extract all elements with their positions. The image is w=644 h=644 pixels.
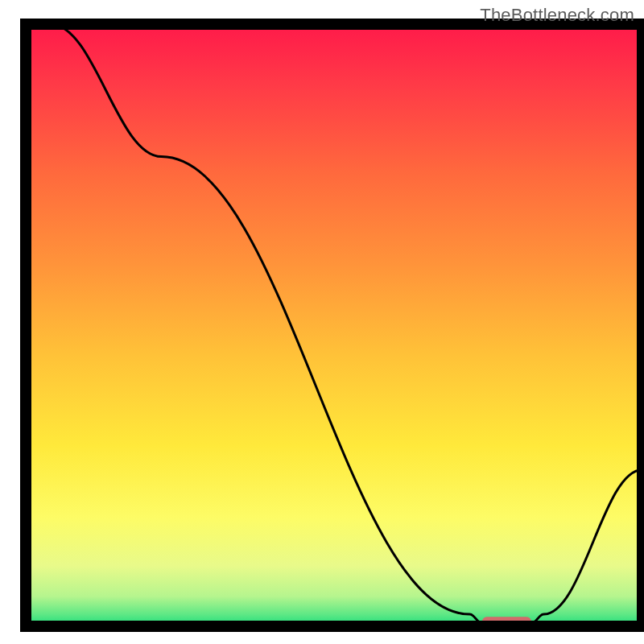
chart-container: TheBottleneck.com [0, 0, 644, 644]
bottleneck-chart [0, 0, 644, 644]
watermark-text: TheBottleneck.com [480, 5, 634, 26]
